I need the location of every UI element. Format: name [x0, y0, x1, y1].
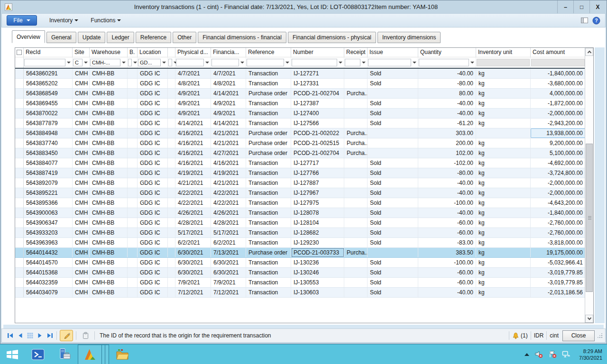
- cell-reference[interactable]: Transaction: [246, 238, 291, 247]
- cell-quantity[interactable]: -40.00: [418, 69, 476, 78]
- table-row[interactable]: 5644015368CMHCMH-BBGDG IC6/30/20216/30/2…: [15, 268, 585, 278]
- help-icon[interactable]: ?: [592, 17, 600, 25]
- cell-recid[interactable]: 5643895366: [24, 198, 73, 208]
- cell-cost[interactable]: -3,818,000.00: [531, 238, 585, 247]
- cell-issue[interactable]: Sold: [368, 178, 418, 188]
- cell-issue[interactable]: Sold: [368, 99, 418, 108]
- cell-location[interactable]: GDG IC: [138, 178, 168, 188]
- row-select-cell[interactable]: [15, 79, 24, 88]
- cell-physical_date[interactable]: 4/16/2021: [175, 128, 211, 138]
- cell-recid[interactable]: 5643883450: [24, 148, 73, 158]
- cell-unit[interactable]: kg: [476, 248, 531, 257]
- filter-input-b[interactable]: [128, 59, 132, 66]
- row-select-cell[interactable]: [15, 69, 24, 78]
- cell-unit[interactable]: kg: [476, 228, 531, 237]
- cell-issue[interactable]: Sold: [368, 198, 418, 208]
- cell-issue[interactable]: Sold: [368, 158, 418, 168]
- cell-recid[interactable]: 5644032359: [24, 278, 73, 287]
- titlebar[interactable]: Inventory transactions (1 - cint) - Fina…: [1, 0, 606, 13]
- cell-unit[interactable]: kg: [476, 238, 531, 247]
- tab-reference[interactable]: Reference: [136, 32, 171, 43]
- cell-number[interactable]: IJ-130603: [291, 288, 344, 297]
- row-select-cell[interactable]: [15, 238, 24, 247]
- cell-b[interactable]: [128, 228, 138, 237]
- cell-dim[interactable]: [168, 138, 175, 148]
- cell-cost[interactable]: -3,680,000.00: [531, 79, 585, 88]
- cell-dim[interactable]: [168, 69, 175, 78]
- start-button[interactable]: [0, 345, 25, 364]
- table-row[interactable]: 5643887419CMHCMH-BBGDG IC4/19/20214/19/2…: [15, 168, 585, 178]
- cell-receipt[interactable]: [344, 178, 368, 188]
- filter-cell-issue[interactable]: [368, 57, 418, 68]
- volume-muted-icon[interactable]: [534, 350, 543, 358]
- cell-location[interactable]: GDG IC: [138, 258, 168, 267]
- cell-receipt[interactable]: Purcha...: [344, 138, 368, 148]
- filter-cell-number[interactable]: [291, 57, 344, 68]
- cell-site[interactable]: CMH: [73, 148, 90, 158]
- cell-quantity[interactable]: 80.00: [418, 89, 476, 98]
- cell-quantity[interactable]: -100.00: [418, 258, 476, 267]
- row-select-cell[interactable]: [15, 208, 24, 218]
- cell-quantity[interactable]: 303.00: [418, 128, 476, 138]
- cell-physical_date[interactable]: 4/14/2021: [175, 118, 211, 128]
- filter-input-financial_date[interactable]: [212, 59, 239, 66]
- cell-warehouse[interactable]: CMH-BB: [90, 208, 128, 218]
- cell-cost[interactable]: -2,943,200.00: [531, 118, 585, 128]
- table-row[interactable]: 5644032359CMHCMH-BBGDG IC7/9/20217/9/202…: [15, 278, 585, 288]
- filter-dropdown-icon[interactable]: [120, 60, 127, 65]
- cell-receipt[interactable]: [344, 158, 368, 168]
- cell-issue[interactable]: Sold: [368, 168, 418, 178]
- menu-inventory[interactable]: Inventory: [49, 17, 78, 24]
- cell-issue[interactable]: Sold: [368, 288, 418, 297]
- column-header-issue[interactable]: Issue: [368, 48, 418, 57]
- cell-cost[interactable]: -1,872,000.00: [531, 99, 585, 108]
- cell-quantity[interactable]: -60.00: [418, 218, 476, 228]
- close-button[interactable]: Close: [562, 330, 595, 341]
- cell-receipt[interactable]: [344, 208, 368, 218]
- cell-physical_date[interactable]: 7/12/2021: [175, 288, 211, 297]
- cell-reference[interactable]: Transaction: [246, 218, 291, 228]
- row-select-cell[interactable]: [15, 138, 24, 148]
- cell-warehouse[interactable]: CMH-BB: [90, 178, 128, 188]
- cell-number[interactable]: IJ-130553: [291, 278, 344, 287]
- cell-warehouse[interactable]: CMH-BB: [90, 138, 128, 148]
- cell-quantity[interactable]: 383.50: [418, 248, 476, 257]
- cell-location[interactable]: GDG IC: [138, 228, 168, 237]
- first-record-icon[interactable]: [7, 332, 14, 339]
- cell-warehouse[interactable]: CMH-BB: [90, 288, 128, 297]
- taskbar-powershell[interactable]: [25, 345, 51, 364]
- cell-reference[interactable]: Transaction: [246, 268, 291, 277]
- table-row[interactable]: 5643877879CMHCMH-BBGDG IC4/14/20214/14/2…: [15, 118, 585, 128]
- close-window-button[interactable]: X: [589, 0, 606, 13]
- cell-issue[interactable]: [368, 89, 418, 98]
- filter-dropdown-icon[interactable]: [204, 60, 210, 65]
- cell-site[interactable]: CMH: [73, 168, 90, 178]
- cell-number[interactable]: IJ-127271: [291, 69, 344, 78]
- cell-recid[interactable]: 5644015368: [24, 268, 73, 277]
- table-row[interactable]: 5643860291CMHCMH-BBGDG IC4/7/20214/7/202…: [15, 69, 585, 79]
- cell-quantity[interactable]: -40.00: [418, 178, 476, 188]
- cell-physical_date[interactable]: 4/22/2021: [175, 188, 211, 198]
- cell-cost[interactable]: 13,938,000.00: [531, 128, 585, 138]
- cell-issue[interactable]: Sold: [368, 228, 418, 237]
- table-row[interactable]: 5643892079CMHCMH-BBGDG IC4/21/20214/21/2…: [15, 178, 585, 188]
- filter-dropdown-icon[interactable]: [284, 60, 290, 65]
- cell-receipt[interactable]: [344, 99, 368, 108]
- cell-cost[interactable]: 5,100,000.00: [531, 148, 585, 158]
- cell-cost[interactable]: -2,760,000.00: [531, 218, 585, 228]
- cell-number[interactable]: IJ-127331: [291, 79, 344, 88]
- cell-quantity[interactable]: -80.00: [418, 168, 476, 178]
- cell-reference[interactable]: Transaction: [246, 278, 291, 287]
- cell-unit[interactable]: kg: [476, 89, 531, 98]
- table-row[interactable]: 5643895221CMHCMH-BBGDG IC4/22/20214/22/2…: [15, 188, 585, 198]
- table-row[interactable]: 5643884077CMHCMH-BBGDG IC4/16/20214/16/2…: [15, 158, 585, 168]
- cell-dim[interactable]: [168, 188, 175, 198]
- cell-location[interactable]: GDG IC: [138, 128, 168, 138]
- cell-financial_date[interactable]: 4/28/2021: [211, 218, 246, 228]
- column-header-recid[interactable]: RecId: [24, 48, 73, 57]
- filter-input-warehouse[interactable]: CMH-...: [90, 59, 120, 66]
- cell-issue[interactable]: Sold: [368, 268, 418, 277]
- cell-site[interactable]: CMH: [73, 178, 90, 188]
- cell-issue[interactable]: Sold: [368, 278, 418, 287]
- cell-reference[interactable]: Transaction: [246, 118, 291, 128]
